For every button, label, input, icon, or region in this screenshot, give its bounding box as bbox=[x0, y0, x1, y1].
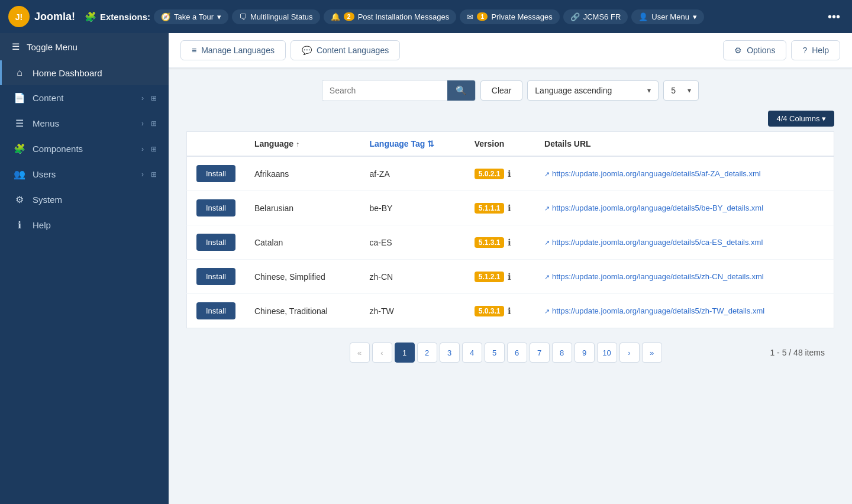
install-button[interactable]: Install bbox=[196, 302, 235, 319]
language-tag-cell: ca-ES bbox=[360, 225, 465, 260]
install-button[interactable]: Install bbox=[196, 165, 235, 182]
sidebar-item-system[interactable]: ⚙ System bbox=[0, 187, 169, 212]
details-url-link[interactable]: ↗ https://update.joomla.org/language/det… bbox=[544, 272, 824, 281]
install-button[interactable]: Install bbox=[196, 234, 235, 251]
chat-icon: 💬 bbox=[302, 46, 312, 55]
page-button[interactable]: 3 bbox=[440, 343, 460, 363]
page-button[interactable]: › bbox=[619, 343, 640, 363]
external-link-icon: 🔗 bbox=[570, 12, 580, 21]
columns-button[interactable]: 4/4 Columns ▾ bbox=[768, 111, 834, 127]
th-language[interactable]: Language ↑ bbox=[245, 132, 360, 157]
sidebar-item-components[interactable]: 🧩 Components › ⊞ bbox=[0, 136, 169, 161]
search-input[interactable] bbox=[322, 81, 447, 100]
page-button[interactable]: « bbox=[350, 343, 370, 363]
table-row: Install Chinese, Traditional zh-TW 5.0.3… bbox=[187, 294, 834, 328]
grid-icon: ⊞ bbox=[151, 94, 157, 102]
content-languages-tab[interactable]: 💬 Content Languages bbox=[291, 40, 400, 60]
pagination-info: 1 - 5 / 48 items bbox=[662, 348, 825, 357]
language-cell: Chinese, Traditional bbox=[245, 294, 360, 328]
page-button[interactable]: » bbox=[642, 343, 662, 363]
page-button[interactable]: 8 bbox=[552, 343, 572, 363]
users-icon: 👥 bbox=[14, 169, 25, 180]
grid-icon: ⊞ bbox=[151, 145, 157, 153]
th-actions bbox=[187, 132, 245, 157]
info-icon[interactable]: ℹ bbox=[508, 169, 511, 179]
sidebar-item-menus[interactable]: ☰ Menus › ⊞ bbox=[0, 111, 169, 136]
version-cell: 5.1.2.1 ℹ bbox=[465, 260, 535, 294]
table-row: Install Catalan ca-ES 5.1.3.1 ℹ ↗ https:… bbox=[187, 225, 834, 260]
list-icon: ≡ bbox=[192, 46, 196, 55]
inner-content: 🔍 Clear Language ascending ▾ 5 ▾ 4 bbox=[169, 68, 852, 504]
content-icon: 📄 bbox=[14, 92, 25, 104]
version-badge: 5.0.3.1 bbox=[475, 306, 505, 316]
sidebar-item-home[interactable]: ⌂ Home Dashboard bbox=[0, 60, 169, 85]
table-row: Install Afrikaans af-ZA 5.0.2.1 ℹ ↗ http… bbox=[187, 156, 834, 191]
mail-icon: ✉ bbox=[467, 12, 473, 21]
sort-asc-icon: ↑ bbox=[296, 140, 299, 148]
language-cell: Belarusian bbox=[245, 191, 360, 225]
help-button[interactable]: ? Help bbox=[791, 40, 840, 60]
sort-select[interactable]: Language ascending ▾ bbox=[527, 80, 659, 101]
details-url-cell: ↗ https://update.joomla.org/language/det… bbox=[535, 156, 834, 191]
per-page-select[interactable]: 5 ▾ bbox=[663, 80, 699, 101]
tour-icon: 🧭 bbox=[161, 12, 170, 21]
page-button[interactable]: 7 bbox=[530, 343, 550, 363]
table-row: Install Chinese, Simplified zh-CN 5.1.2.… bbox=[187, 260, 834, 294]
info-icon[interactable]: ℹ bbox=[508, 237, 511, 248]
details-url-link[interactable]: ↗ https://update.joomla.org/language/det… bbox=[544, 203, 824, 212]
more-options-button[interactable]: ••• bbox=[823, 8, 845, 26]
bell-icon: 🔔 bbox=[331, 12, 340, 21]
pagination-row: «‹12345678910›» 1 - 5 / 48 items bbox=[186, 338, 834, 367]
page-button[interactable]: 10 bbox=[597, 343, 617, 363]
multilingual-status-button[interactable]: 🗨 Multilingual Status bbox=[232, 9, 320, 24]
info-icon[interactable]: ℹ bbox=[508, 203, 511, 214]
sidebar-item-label: Menus bbox=[33, 118, 134, 128]
components-icon: 🧩 bbox=[14, 143, 25, 154]
th-language-tag[interactable]: Language Tag ⇅ bbox=[360, 132, 465, 157]
user-menu-button[interactable]: 👤 User Menu ▾ bbox=[631, 9, 704, 24]
take-a-tour-button[interactable]: 🧭 Take a Tour ▾ bbox=[154, 9, 228, 24]
install-button[interactable]: Install bbox=[196, 199, 235, 217]
manage-languages-tab[interactable]: ≡ Manage Languages bbox=[180, 40, 286, 60]
options-button[interactable]: ⚙ Options bbox=[723, 40, 786, 60]
details-url-link[interactable]: ↗ https://update.joomla.org/language/det… bbox=[544, 238, 824, 247]
info-icon[interactable]: ℹ bbox=[508, 306, 511, 316]
page-button[interactable]: 9 bbox=[575, 343, 595, 363]
private-msg-badge: 1 bbox=[477, 12, 488, 21]
page-button[interactable]: ‹ bbox=[372, 343, 392, 363]
logo-text: Joomla! bbox=[34, 11, 75, 23]
toggle-menu-button[interactable]: ☰ Toggle Menu bbox=[0, 33, 169, 60]
tab-left: ≡ Manage Languages 💬 Content Languages bbox=[180, 40, 400, 60]
jcms-button[interactable]: 🔗 JCMS6 FR bbox=[563, 9, 628, 24]
sort-icon: ⇅ bbox=[427, 139, 434, 148]
logo[interactable]: J! Joomla! bbox=[7, 5, 75, 28]
search-button[interactable]: 🔍 bbox=[447, 80, 475, 101]
version-badge: 5.0.2.1 bbox=[475, 169, 505, 179]
page-button[interactable]: 2 bbox=[417, 343, 437, 363]
clear-button[interactable]: Clear bbox=[480, 80, 522, 101]
languages-table: Language ↑ Language Tag ⇅ Version bbox=[186, 131, 834, 328]
sidebar-item-content[interactable]: 📄 Content › ⊞ bbox=[0, 85, 169, 111]
page-button[interactable]: 1 bbox=[395, 343, 415, 363]
details-url-link[interactable]: ↗ https://update.joomla.org/language/det… bbox=[544, 169, 824, 178]
install-button[interactable]: Install bbox=[196, 268, 235, 285]
private-messages-button[interactable]: ✉ 1 Private Messages bbox=[460, 9, 559, 24]
details-url-link[interactable]: ↗ https://update.joomla.org/language/det… bbox=[544, 306, 824, 315]
sidebar-item-users[interactable]: 👥 Users › ⊞ bbox=[0, 161, 169, 187]
page-button[interactable]: 6 bbox=[507, 343, 527, 363]
version-cell: 5.1.1.1 ℹ bbox=[465, 191, 535, 225]
columns-row: 4/4 Columns ▾ bbox=[186, 111, 834, 127]
tab-bar: ≡ Manage Languages 💬 Content Languages ⚙… bbox=[169, 33, 852, 68]
version-badge: 5.1.2.1 bbox=[475, 272, 505, 282]
help-icon: ℹ bbox=[14, 219, 25, 231]
sidebar-item-help[interactable]: ℹ Help bbox=[0, 212, 169, 238]
post-install-button[interactable]: 🔔 2 Post Installation Messages bbox=[324, 9, 457, 24]
chevron-down-icon: ▾ bbox=[647, 86, 651, 95]
info-icon[interactable]: ℹ bbox=[508, 272, 511, 282]
home-icon: ⌂ bbox=[14, 67, 25, 78]
language-tag-cell: zh-CN bbox=[360, 260, 465, 294]
page-button[interactable]: 4 bbox=[462, 343, 482, 363]
external-link-icon: ↗ bbox=[544, 273, 550, 281]
page-button[interactable]: 5 bbox=[485, 343, 505, 363]
post-install-badge: 2 bbox=[344, 12, 354, 21]
